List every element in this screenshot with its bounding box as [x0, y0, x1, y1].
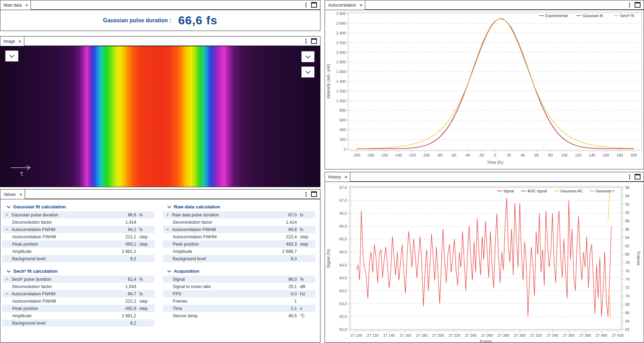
value-row[interactable]: Autocorrelation FWHM222,2step — [2, 297, 155, 305]
value-row[interactable]: +Sech² pulse duration61,4fs — [2, 276, 155, 283]
tab-history[interactable]: History × — [325, 172, 350, 182]
section-header[interactable]: Gaussian fit calculation — [2, 202, 155, 211]
window-restore-icon[interactable] — [635, 174, 641, 180]
row-label: Frames — [170, 299, 268, 304]
kebab-menu-icon[interactable] — [305, 39, 307, 43]
tab-values[interactable]: Values × — [0, 190, 25, 199]
values-grid: Gaussian fit calculation+Gaussian pulse … — [2, 202, 315, 331]
autocorrelation-panel: Autocorrelation × -200-180-160-140-120-1… — [325, 0, 644, 169]
value-row[interactable]: Amplitude2 681,2 — [2, 312, 155, 319]
kebab-menu-icon[interactable] — [305, 3, 307, 7]
chart-text: 27 240 — [465, 333, 477, 337]
tab-image[interactable]: Image × — [0, 37, 24, 46]
value-row[interactable]: Peak position493,1step — [2, 240, 155, 248]
expand-plus-icon[interactable]: + — [5, 228, 9, 232]
window-restore-icon[interactable] — [311, 38, 317, 44]
close-icon[interactable]: × — [25, 3, 28, 8]
chevron-down-icon[interactable] — [7, 269, 10, 272]
close-icon[interactable]: × — [19, 192, 22, 197]
image-body: τ — [0, 46, 320, 187]
history-chart: 27 10027 12027 14027 16027 18027 20027 2… — [325, 182, 644, 342]
chevron-down-icon[interactable] — [167, 204, 171, 208]
value-row[interactable]: Peak position492,9step — [2, 305, 155, 312]
expand-plus-icon[interactable]: + — [5, 292, 9, 296]
row-value: 94,7 — [107, 292, 136, 296]
image-dropdown-left-button[interactable] — [5, 50, 18, 62]
window-restore-icon[interactable] — [311, 191, 317, 197]
section-header[interactable]: Acquisition — [163, 266, 315, 276]
value-row[interactable]: Background level9,2 — [2, 319, 155, 327]
value-row[interactable]: Background level9,2 — [2, 255, 155, 262]
section-header[interactable]: Raw data calculation — [163, 202, 315, 211]
window-restore-icon[interactable] — [311, 2, 317, 8]
series-Gaussian τ — [610, 296, 610, 318]
value-row[interactable]: Background level8,3 — [163, 255, 315, 262]
window-restore-icon[interactable] — [635, 2, 641, 8]
kebab-menu-icon[interactable] — [305, 192, 307, 197]
chart-text: 82 — [625, 244, 629, 248]
row-label: Deconvolution factor — [9, 220, 107, 225]
close-icon[interactable]: × — [360, 3, 362, 8]
section-header[interactable]: Sech² fit calculation — [2, 266, 155, 276]
chart-text: 64,5 — [340, 263, 347, 267]
value-row[interactable]: +Autocorrelation FWHM94,2fs — [2, 226, 155, 233]
legend-label[interactable]: Gaussian AC — [561, 189, 583, 193]
value-row[interactable]: +Gaussian pulse duration66,6fs — [2, 211, 155, 218]
value-row[interactable]: Deconvolution factor1,414 — [163, 218, 315, 226]
value-row[interactable]: Sensor temp.45,5°C — [163, 312, 315, 319]
chevron-down-icon[interactable] — [167, 269, 171, 272]
kebab-menu-icon[interactable] — [629, 175, 630, 179]
legend-label[interactable]: Gaussian fit — [583, 14, 603, 18]
chevron-down-icon — [9, 53, 14, 58]
value-row[interactable]: Signal66,0% — [163, 276, 315, 283]
chart-text: 27 300 — [514, 333, 526, 337]
legend-label[interactable]: Gaussian τ — [596, 189, 615, 193]
expand-plus-icon[interactable]: + — [5, 213, 9, 217]
value-row[interactable]: Deconvolution factor1,543 — [2, 283, 155, 290]
value-row[interactable]: Autocorrelation FWHM222,4step — [163, 233, 315, 240]
tab-main-data[interactable]: Main data × — [0, 0, 31, 10]
chart-text: 63,0 — [340, 302, 347, 306]
section-title: Raw data calculation — [174, 204, 220, 209]
kebab-menu-icon[interactable] — [629, 3, 630, 7]
chart-text: 27 320 — [530, 333, 542, 337]
value-row[interactable]: FPS0,0Hz — [163, 290, 315, 297]
chart-text: 27 120 — [367, 333, 379, 337]
value-row[interactable]: Amplitude2 681,2 — [2, 248, 155, 255]
legend-label[interactable]: Sech² fit — [620, 14, 634, 18]
values-body: Gaussian fit calculation+Gaussian pulse … — [0, 199, 320, 342]
value-row[interactable]: Time2,1s — [163, 305, 315, 312]
value-row[interactable]: Signal to noise ratio25,1dB — [163, 283, 315, 290]
row-value: 94,2 — [107, 227, 136, 232]
value-row[interactable]: +Autocorrelation FWHM94,8fs — [163, 226, 315, 233]
expand-plus-icon[interactable]: + — [5, 277, 9, 281]
image-dropdown-right-bottom-button[interactable] — [301, 66, 315, 78]
close-icon[interactable]: × — [344, 175, 347, 180]
chevron-down-icon[interactable] — [7, 204, 10, 208]
value-row[interactable]: Amplitude2 686,7 — [163, 248, 315, 255]
close-icon[interactable]: × — [18, 39, 21, 44]
expand-plus-icon[interactable]: + — [165, 213, 170, 217]
value-row[interactable]: Peak position493,3step — [163, 240, 315, 248]
value-row[interactable]: Frames1 — [163, 297, 315, 305]
value-row[interactable]: +Raw data pulse duration67,0fs — [163, 211, 315, 218]
image-dropdown-right-top-button[interactable] — [301, 51, 315, 62]
chart-text: 2 000 — [336, 50, 346, 55]
tab-autocorrelation[interactable]: Autocorrelation × — [325, 0, 365, 10]
legend-label[interactable]: Signal — [503, 189, 514, 193]
chart-text: 40 — [521, 153, 525, 157]
main-data-body: Gaussian pulse duration : 66,6 fs — [0, 10, 320, 31]
legend-label[interactable]: Experimental — [545, 14, 568, 18]
value-row[interactable]: Deconvolution factor1,414 — [2, 218, 155, 226]
row-value: 61,4 — [107, 277, 136, 282]
row-value: 9,2 — [107, 256, 136, 261]
history-plot: 27 10027 12027 14027 16027 18027 20027 2… — [326, 185, 641, 342]
value-row[interactable]: Autocorrelation FWHM221,1step — [2, 233, 155, 240]
row-unit: s — [297, 306, 315, 311]
row-label: Autocorrelation FWHM — [9, 299, 107, 304]
chart-text: 27 160 — [400, 333, 411, 337]
row-unit: step — [297, 234, 315, 239]
value-row[interactable]: +Autocorrelation FWHM94,7fs — [2, 290, 155, 297]
legend-label[interactable]: AOC signal — [528, 189, 547, 193]
expand-plus-icon[interactable]: + — [165, 228, 170, 232]
